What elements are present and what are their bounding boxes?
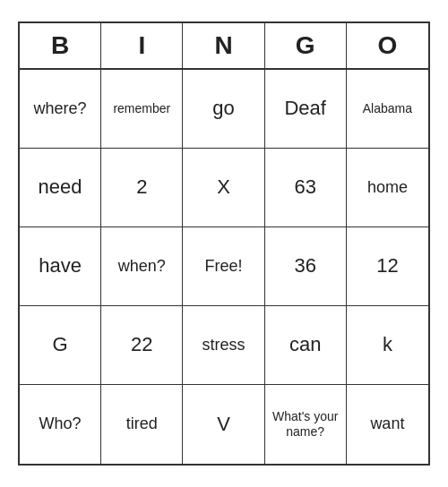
cell-r4-c1: tired (101, 385, 183, 464)
cell-r0-c3: Deaf (265, 70, 347, 149)
bingo-card: BINGO where?remembergoDeafAlabamaneed2X6… (18, 21, 430, 466)
cell-r3-c1: 22 (101, 306, 183, 385)
cell-r4-c0: Who? (20, 385, 101, 464)
cell-r2-c2: Free! (183, 227, 264, 306)
cell-r1-c4: home (347, 149, 428, 227)
cell-r2-c1: when? (101, 227, 183, 306)
cell-r3-c4: k (347, 306, 428, 385)
header-letter: I (101, 23, 183, 68)
cell-r4-c4: want (347, 385, 428, 464)
cell-r1-c0: need (20, 149, 101, 227)
cell-r3-c0: G (20, 306, 101, 385)
header-letter: N (183, 23, 264, 68)
cell-r0-c0: where? (20, 70, 101, 149)
cell-r1-c2: X (183, 149, 264, 227)
cell-r0-c1: remember (101, 70, 183, 149)
header-letter: G (265, 23, 347, 68)
cell-r4-c3: What's your name? (265, 385, 347, 464)
cell-r3-c2: stress (183, 306, 264, 385)
cell-r1-c1: 2 (101, 149, 183, 227)
bingo-grid: where?remembergoDeafAlabamaneed2X63homeh… (20, 70, 428, 464)
cell-r2-c0: have (20, 227, 101, 306)
bingo-header: BINGO (20, 23, 428, 70)
cell-r0-c4: Alabama (347, 70, 428, 149)
cell-r1-c3: 63 (265, 149, 347, 227)
cell-r4-c2: V (183, 385, 264, 464)
cell-r2-c3: 36 (265, 227, 347, 306)
cell-r3-c3: can (265, 306, 347, 385)
header-letter: B (20, 23, 101, 68)
header-letter: O (347, 23, 428, 68)
cell-r2-c4: 12 (347, 227, 428, 306)
cell-r0-c2: go (183, 70, 264, 149)
